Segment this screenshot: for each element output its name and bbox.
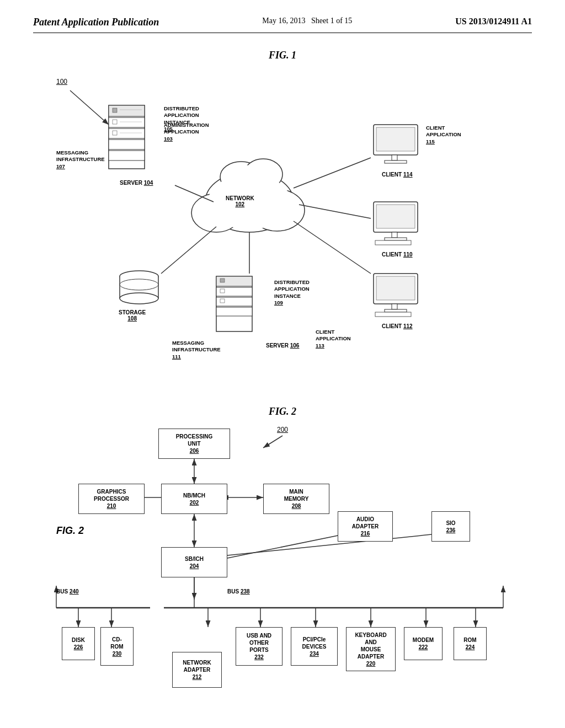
ref-100: 100 bbox=[56, 78, 67, 85]
processing-unit-box: PROCESSINGUNIT206 bbox=[158, 429, 230, 459]
server104-label: SERVER 104 bbox=[120, 180, 153, 186]
page: Patent Application Publication May 16, 2… bbox=[0, 0, 565, 728]
svg-rect-51 bbox=[376, 205, 415, 228]
main-memory-box: MAINMEMORY208 bbox=[263, 484, 329, 514]
svg-rect-52 bbox=[392, 232, 397, 238]
bus240-label: BUS 240 bbox=[56, 588, 79, 595]
pci-devices-box: PCI/PCIeDEVICES234 bbox=[291, 627, 338, 666]
msg-infra-107-label: MESSAGINGINFRASTRUCTURE107 bbox=[56, 149, 105, 170]
svg-line-13 bbox=[294, 221, 371, 274]
client110-svg bbox=[371, 199, 431, 249]
svg-line-15 bbox=[161, 227, 216, 274]
client112-icon bbox=[371, 271, 431, 323]
bus238-label: BUS 238 bbox=[227, 588, 250, 595]
server106-icon bbox=[208, 274, 269, 340]
disk-box: DISK226 bbox=[62, 627, 95, 660]
fig2-ref-arrow bbox=[45, 426, 520, 713]
graphics-processor-box: GRAPHICSPROCESSOR210 bbox=[78, 484, 145, 514]
svg-rect-57 bbox=[392, 304, 397, 309]
rom-box: ROM224 bbox=[454, 627, 487, 660]
svg-line-67 bbox=[227, 533, 443, 555]
svg-rect-26 bbox=[113, 108, 117, 113]
ref-200: 200 bbox=[277, 426, 288, 433]
svg-rect-49 bbox=[385, 160, 407, 163]
svg-rect-45 bbox=[220, 299, 225, 303]
sb-ich-box: SB/ICH204 bbox=[161, 547, 227, 577]
fig2-diagram: 200 FIG. 2 PROCESSINGUNIT206 NB/MCH202 M… bbox=[45, 426, 520, 713]
client-app-115-label: CLIENTAPPLICATION115 bbox=[426, 125, 461, 145]
network-adapter-box: NETWORKADAPTER212 bbox=[172, 652, 222, 688]
svg-line-66 bbox=[227, 533, 349, 558]
cd-rom-box: CD-ROM230 bbox=[100, 627, 134, 666]
svg-point-9 bbox=[247, 162, 280, 187]
svg-point-2 bbox=[249, 189, 305, 231]
client110-label: CLIENT 110 bbox=[382, 251, 413, 258]
server104-icon bbox=[100, 103, 161, 180]
header-date-sheet: May 16, 2013 Sheet 1 of 15 bbox=[262, 17, 352, 25]
fig2-connections bbox=[45, 426, 520, 713]
svg-rect-27 bbox=[113, 120, 117, 124]
svg-line-12 bbox=[299, 205, 371, 218]
msg-infra-111-label: MESSAGINGINFRASTRUCTURE111 bbox=[172, 340, 221, 360]
header-publication-type: Patent Application Publication bbox=[33, 17, 159, 28]
svg-line-11 bbox=[294, 158, 371, 188]
svg-rect-48 bbox=[392, 155, 397, 160]
storage-108-icon bbox=[117, 268, 161, 309]
svg-point-36 bbox=[120, 293, 158, 304]
client-app-113-label: CLIENTAPPLICATION113 bbox=[316, 329, 351, 349]
network-102-label: NETWORK102 bbox=[226, 195, 254, 207]
svg-rect-44 bbox=[220, 289, 225, 293]
server106-label: SERVER 106 bbox=[266, 342, 299, 349]
svg-rect-42 bbox=[216, 307, 252, 316]
svg-point-8 bbox=[223, 164, 259, 190]
svg-rect-24 bbox=[109, 140, 145, 149]
svg-point-4 bbox=[244, 159, 282, 190]
svg-rect-58 bbox=[385, 309, 407, 312]
fig2-title: FIG. 2 bbox=[33, 406, 532, 417]
dist-app-109-label: DISTRIBUTEDAPPLICATIONINSTANCE109 bbox=[274, 279, 310, 306]
svg-rect-25 bbox=[109, 151, 145, 160]
audio-adapter-box: AUDIOADAPTER216 bbox=[338, 511, 393, 542]
svg-line-10 bbox=[175, 185, 214, 202]
svg-rect-43 bbox=[220, 279, 225, 282]
svg-point-7 bbox=[252, 192, 302, 228]
svg-rect-56 bbox=[376, 276, 415, 300]
modem-box: MODEM222 bbox=[404, 627, 443, 660]
svg-rect-59 bbox=[375, 312, 411, 317]
svg-point-37 bbox=[120, 279, 158, 290]
server106-svg bbox=[208, 274, 269, 340]
usb-ports-box: USB ANDOTHERPORTS232 bbox=[236, 627, 282, 666]
fig2-label: FIG. 2 bbox=[56, 525, 84, 537]
storage-108-label: STORAGE108 bbox=[119, 309, 146, 322]
client114-label: CLIENT 114 bbox=[382, 172, 413, 178]
client112-label: CLIENT 112 bbox=[382, 323, 413, 329]
fig1-title: FIG. 1 bbox=[33, 50, 532, 61]
storage-svg bbox=[117, 268, 161, 307]
svg-rect-47 bbox=[376, 127, 415, 151]
svg-point-3 bbox=[220, 162, 262, 192]
header-patent-number: US 2013/0124911 A1 bbox=[455, 17, 532, 26]
sio-box: SIO236 bbox=[431, 511, 470, 542]
client110-icon bbox=[371, 199, 431, 251]
page-header: Patent Application Publication May 16, 2… bbox=[33, 17, 532, 33]
keyboard-adapter-box: KEYBOARDANDMOUSEADAPTER220 bbox=[346, 627, 396, 671]
fig1-diagram: 100 bbox=[45, 69, 520, 384]
svg-rect-54 bbox=[375, 240, 411, 245]
client112-svg bbox=[371, 271, 431, 320]
admin-app-103-label: ADMINISTRATIONAPPLICATION103 bbox=[164, 122, 209, 142]
svg-rect-28 bbox=[113, 131, 117, 135]
server104-svg bbox=[100, 103, 161, 180]
nb-mch-box: NB/MCH202 bbox=[161, 484, 227, 514]
svg-rect-53 bbox=[385, 238, 407, 240]
svg-line-82 bbox=[263, 436, 282, 448]
